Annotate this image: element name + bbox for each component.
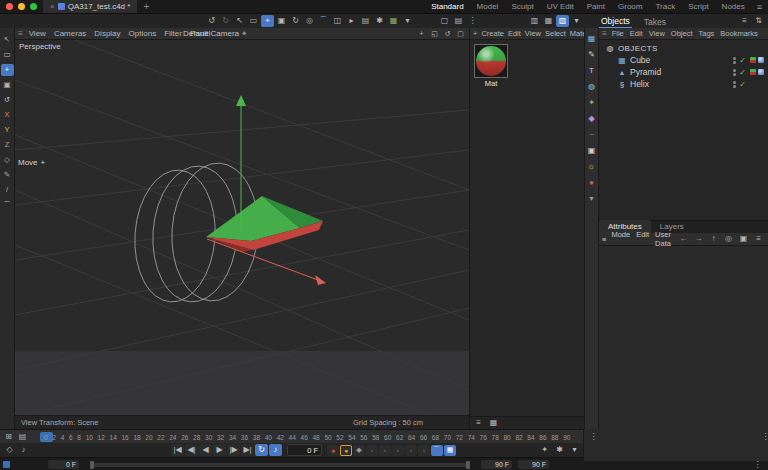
rect-selection-icon[interactable]: ▭ [247, 15, 260, 27]
sound-track-icon[interactable]: ♪ [17, 444, 30, 456]
window-menu-icon[interactable]: ≡ [757, 2, 762, 12]
minimize-window-button[interactable] [18, 3, 25, 10]
scale-tool-icon[interactable]: ▣ [275, 15, 288, 27]
play-button[interactable]: ▶ [213, 444, 226, 456]
zoom-view-icon[interactable]: ◱ [429, 29, 440, 39]
timeline-dropdown-icon[interactable]: ▾ [568, 444, 581, 456]
material-menu-item[interactable]: Create [481, 29, 504, 38]
thumb-view-icon[interactable]: ▦ [487, 417, 500, 429]
material-sphere-icon[interactable]: ● [585, 177, 598, 188]
enabled-check-icon[interactable]: ✓ [739, 68, 746, 77]
rect-selection-tool[interactable]: ▭ [1, 49, 14, 61]
attr-burger-icon[interactable]: ≡ [602, 235, 606, 244]
workspace-tab[interactable]: Nodes [722, 2, 745, 11]
tool-dropdown-icon[interactable]: ▾ [401, 15, 414, 27]
workspace-tab[interactable]: UV Edit [547, 2, 574, 11]
document-tab[interactable]: × QA317_test.c4d * [43, 0, 137, 13]
om-filter-icon[interactable]: ≡ [738, 15, 751, 27]
workspace-tab[interactable]: Sculpt [511, 2, 533, 11]
scene-root-row[interactable]: OBJECTS [599, 42, 768, 54]
simulation-icon[interactable]: ~ [585, 129, 598, 140]
pan-view-icon[interactable]: + [416, 29, 427, 39]
close-window-button[interactable] [6, 3, 13, 10]
visibility-dots[interactable] [733, 69, 736, 76]
magnet-tool[interactable]: ⌒ [1, 199, 14, 211]
axis-z-lock[interactable]: Z [1, 139, 14, 151]
object-manager-menu-item[interactable]: Object [671, 29, 693, 38]
enabled-check-icon[interactable]: ✓ [739, 80, 746, 89]
table-row[interactable]: Helix ✓ [599, 78, 768, 90]
redo-icon[interactable]: ↻ [219, 15, 232, 27]
back-icon[interactable]: ← [677, 233, 690, 245]
timeline-ruler[interactable]: ⊞▤ 0246810121416182022242628303234363840… [0, 429, 583, 444]
move-tool[interactable]: + [1, 64, 14, 76]
rotation-key-button[interactable]: ◦ [392, 445, 404, 456]
volume-icon[interactable]: ◍ [585, 81, 598, 92]
material-menu-item[interactable]: View [525, 29, 541, 38]
range-end-field[interactable]: 90 F [481, 460, 512, 469]
viewport-menu-item[interactable]: Cameras [54, 29, 86, 38]
new-material-button[interactable]: + [473, 29, 477, 38]
render-picture-viewer-icon[interactable]: ▤ [359, 15, 372, 27]
sound-button[interactable]: ♪ [269, 444, 282, 456]
new-tab-button[interactable]: + [143, 1, 149, 12]
lock-icon[interactable]: ▣ [737, 233, 750, 245]
timeline-settings-icon[interactable]: ✱ [553, 444, 566, 456]
phong-tag[interactable] [758, 69, 764, 75]
parameter-key-button[interactable]: ◦ [405, 445, 417, 456]
axis-y-lock[interactable]: Y [1, 124, 14, 136]
snap-magnet-icon[interactable]: ⌒ [317, 15, 330, 27]
object-manager-tab[interactable]: Objects [599, 15, 632, 28]
material-item[interactable]: Mat [474, 44, 508, 88]
object-manager-tab[interactable]: Takes [642, 16, 668, 28]
pla-key-button[interactable]: ◦ [418, 445, 430, 456]
record-button[interactable]: ● [327, 445, 339, 456]
om-burger-icon[interactable]: ≡ [602, 29, 607, 38]
panel-handle-icon[interactable]: ⋮ [587, 431, 600, 443]
rotate-view-icon[interactable]: ↺ [442, 29, 453, 39]
workplane-icon[interactable]: ◇ [1, 154, 14, 166]
workspace-tab[interactable]: Paint [587, 2, 605, 11]
panel-resize-icon[interactable]: ⋮ [759, 431, 768, 443]
viewport-canvas[interactable]: Perspective Move + [15, 40, 469, 415]
knife-tool[interactable]: / [1, 184, 14, 196]
timeline-layout-icon[interactable]: ⊞ [2, 431, 15, 443]
table-row[interactable]: Cube ✓ [599, 54, 768, 66]
workspace-tab[interactable]: Model [477, 2, 499, 11]
axis-x-lock[interactable]: X [1, 109, 14, 121]
range-handle[interactable] [3, 461, 10, 468]
toggle-view-icon[interactable]: ▢ [455, 29, 466, 39]
layout-dropdown-icon[interactable]: ▾ [570, 15, 583, 27]
pen-tool[interactable]: ✎ [1, 169, 14, 181]
workspace-tab[interactable]: Standard [431, 2, 463, 11]
zoom-window-button[interactable] [30, 3, 37, 10]
render-view-icon[interactable]: ▸ [345, 15, 358, 27]
object-manager-menu-item[interactable]: Edit [630, 29, 643, 38]
live-selection-tool[interactable]: ↖ [1, 34, 14, 46]
move-tool-icon[interactable]: + [261, 15, 274, 27]
prev-key-button[interactable]: ◀| [185, 444, 198, 456]
prev-frame-button[interactable]: ◀ [199, 444, 212, 456]
autokey-button[interactable]: ● [340, 445, 352, 456]
position-key-button[interactable]: ◦ [366, 445, 378, 456]
object-manager-menu-item[interactable]: File [612, 29, 624, 38]
object-manager-menu-item[interactable]: Tags [699, 29, 715, 38]
object-name[interactable]: Helix [630, 79, 649, 89]
visibility-dots[interactable] [733, 57, 736, 64]
up-icon[interactable]: ↑ [707, 233, 720, 245]
scale-tool[interactable]: ▣ [1, 79, 14, 91]
camera-selector[interactable]: Default Camera ⌖ [183, 29, 247, 39]
range-start-field[interactable]: 0 F [48, 460, 79, 469]
light-icon[interactable]: ☼ [585, 161, 598, 172]
rotate-tool-icon[interactable]: ↻ [289, 15, 302, 27]
material-menu-item[interactable]: Select [545, 29, 566, 38]
object-name[interactable]: Pyramid [630, 67, 661, 77]
goto-start-button[interactable]: |◀ [171, 444, 184, 456]
loop-button[interactable]: ↻ [255, 444, 268, 456]
material-menu-item[interactable]: Edit [508, 29, 521, 38]
range-slider[interactable] [90, 463, 470, 467]
object-manager-menu-item[interactable]: Bookmarks [720, 29, 758, 38]
object-manager-menu-item[interactable]: View [649, 29, 665, 38]
mirror-icon[interactable]: ◫ [331, 15, 344, 27]
viewport-menu-item[interactable]: View [29, 29, 46, 38]
